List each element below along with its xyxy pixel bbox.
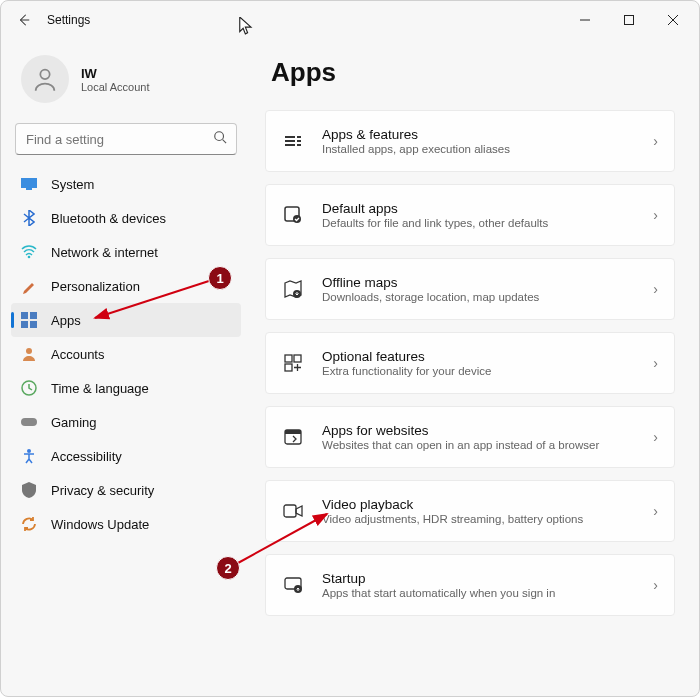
accessibility-icon: [21, 448, 37, 464]
bluetooth-icon: [21, 210, 37, 226]
search-input[interactable]: [15, 123, 237, 155]
card-video-playback[interactable]: Video playback Video adjustments, HDR st…: [265, 480, 675, 542]
sidebar-item-system[interactable]: System: [11, 167, 241, 201]
profile-block[interactable]: IW Local Account: [11, 49, 241, 119]
card-optional-features[interactable]: Optional features Extra functionality fo…: [265, 332, 675, 394]
svg-rect-21: [297, 136, 301, 138]
back-button[interactable]: [5, 1, 43, 39]
card-sub: Installed apps, app execution aliases: [322, 143, 635, 155]
sidebar-item-bluetooth[interactable]: Bluetooth & devices: [11, 201, 241, 235]
minimize-button[interactable]: [563, 4, 607, 36]
apps-websites-icon: [282, 426, 304, 448]
svg-line-6: [223, 140, 227, 144]
personalization-icon: [21, 278, 37, 294]
offline-maps-icon: [282, 278, 304, 300]
svg-point-5: [215, 132, 224, 141]
cursor-icon: [239, 17, 254, 39]
chevron-right-icon: ›: [653, 355, 658, 371]
chevron-right-icon: ›: [653, 503, 658, 519]
svg-rect-1: [625, 16, 634, 25]
card-title: Optional features: [322, 349, 635, 364]
svg-rect-32: [284, 505, 296, 517]
card-sub: Websites that can open in an app instead…: [322, 439, 635, 451]
svg-rect-23: [297, 144, 301, 146]
card-sub: Extra functionality for your device: [322, 365, 635, 377]
card-apps-features[interactable]: Apps & features Installed apps, app exec…: [265, 110, 675, 172]
sidebar-item-accessibility[interactable]: Accessibility: [11, 439, 241, 473]
optional-features-icon: [282, 352, 304, 374]
nav-list: System Bluetooth & devices Network & int…: [11, 167, 241, 541]
annotation-marker-2: 2: [216, 556, 240, 580]
chevron-right-icon: ›: [653, 577, 658, 593]
svg-rect-31: [285, 430, 301, 434]
svg-rect-29: [285, 364, 292, 371]
chevron-right-icon: ›: [653, 281, 658, 297]
svg-rect-19: [285, 140, 295, 142]
sidebar-item-gaming[interactable]: Gaming: [11, 405, 241, 439]
sidebar-item-label: Bluetooth & devices: [51, 211, 166, 226]
sidebar-item-personalization[interactable]: Personalization: [11, 269, 241, 303]
card-title: Offline maps: [322, 275, 635, 290]
card-sub: Apps that start automatically when you s…: [322, 587, 635, 599]
update-icon: [21, 516, 37, 532]
maximize-button[interactable]: [607, 4, 651, 36]
search-icon: [213, 130, 227, 148]
svg-rect-18: [285, 136, 295, 138]
chevron-right-icon: ›: [653, 133, 658, 149]
gaming-icon: [21, 414, 37, 430]
sidebar-item-time[interactable]: Time & language: [11, 371, 241, 405]
card-sub: Defaults for file and link types, other …: [322, 217, 635, 229]
avatar: [21, 55, 69, 103]
page-title: Apps: [271, 57, 675, 88]
card-apps-websites[interactable]: Apps for websites Websites that can open…: [265, 406, 675, 468]
titlebar: Settings: [1, 1, 699, 39]
apps-features-icon: [282, 130, 304, 152]
svg-point-17: [27, 449, 31, 453]
card-title: Startup: [322, 571, 635, 586]
svg-rect-10: [21, 312, 28, 319]
sidebar-item-label: Windows Update: [51, 517, 149, 532]
card-title: Apps for websites: [322, 423, 635, 438]
chevron-right-icon: ›: [653, 207, 658, 223]
card-offline-maps[interactable]: Offline maps Downloads, storage location…: [265, 258, 675, 320]
close-button[interactable]: [651, 4, 695, 36]
startup-icon: [282, 574, 304, 596]
privacy-icon: [21, 482, 37, 498]
sidebar-item-accounts[interactable]: Accounts: [11, 337, 241, 371]
svg-rect-7: [21, 178, 37, 188]
svg-rect-28: [294, 355, 301, 362]
card-startup[interactable]: Startup Apps that start automatically wh…: [265, 554, 675, 616]
sidebar-item-privacy[interactable]: Privacy & security: [11, 473, 241, 507]
sidebar-item-label: Time & language: [51, 381, 149, 396]
svg-rect-11: [30, 312, 37, 319]
svg-rect-13: [30, 321, 37, 328]
sidebar-item-label: Privacy & security: [51, 483, 154, 498]
annotation-marker-1: 1: [208, 266, 232, 290]
search-box[interactable]: [15, 123, 237, 155]
window-controls: [563, 4, 695, 36]
card-title: Apps & features: [322, 127, 635, 142]
time-icon: [21, 380, 37, 396]
sidebar-item-update[interactable]: Windows Update: [11, 507, 241, 541]
svg-point-9: [28, 256, 31, 259]
svg-rect-12: [21, 321, 28, 328]
profile-name: IW: [81, 66, 150, 81]
system-icon: [21, 176, 37, 192]
sidebar-item-apps[interactable]: Apps: [11, 303, 241, 337]
profile-type: Local Account: [81, 81, 150, 93]
main-panel: Apps Apps & features Installed apps, app…: [249, 39, 699, 696]
card-title: Default apps: [322, 201, 635, 216]
sidebar-item-label: Accessibility: [51, 449, 122, 464]
card-sub: Downloads, storage location, map updates: [322, 291, 635, 303]
card-sub: Video adjustments, HDR streaming, batter…: [322, 513, 635, 525]
network-icon: [21, 244, 37, 260]
window-title: Settings: [47, 13, 90, 27]
card-title: Video playback: [322, 497, 635, 512]
svg-point-4: [40, 70, 49, 79]
card-default-apps[interactable]: Default apps Defaults for file and link …: [265, 184, 675, 246]
svg-rect-16: [21, 418, 37, 426]
sidebar-item-label: Network & internet: [51, 245, 158, 260]
sidebar-item-network[interactable]: Network & internet: [11, 235, 241, 269]
svg-point-14: [26, 348, 32, 354]
svg-rect-22: [297, 140, 301, 142]
